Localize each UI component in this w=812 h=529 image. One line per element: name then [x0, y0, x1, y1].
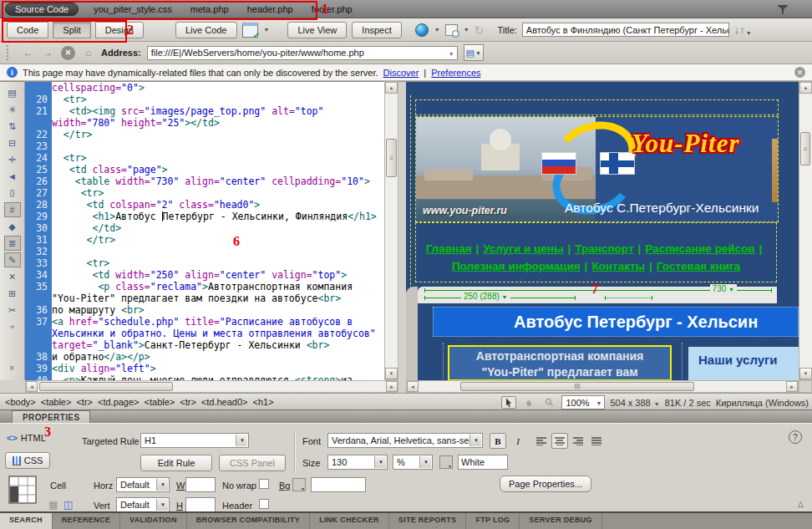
width-field[interactable] — [185, 477, 216, 492]
scroll-up-icon[interactable]: ▲ — [385, 82, 398, 94]
remove-comment-icon[interactable]: ✕ — [4, 269, 21, 284]
scroll-left-icon[interactable]: ◄ — [26, 381, 38, 392]
page-properties-button[interactable]: Page Properties... — [500, 476, 591, 492]
design-nav-link[interactable]: Полезная информация — [452, 260, 581, 272]
close-icon[interactable]: ✕ — [794, 67, 805, 78]
split-view-button[interactable]: Split — [53, 22, 90, 38]
align-center-icon[interactable] — [551, 433, 568, 449]
scroll-right-icon[interactable]: ► — [786, 381, 798, 392]
html-mode-button[interactable]: <> HTML — [7, 433, 46, 443]
services-heading-box[interactable]: Наши услуги — [688, 347, 799, 380]
bg-color-swatch[interactable] — [292, 478, 306, 491]
tag-selector-item[interactable]: <tr> — [180, 397, 196, 407]
live-code-button[interactable]: Live Code — [175, 22, 237, 38]
justify-icon[interactable] — [588, 433, 605, 449]
tag-selector-item[interactable]: <table> — [145, 397, 175, 407]
related-file-tab[interactable]: header.php — [247, 4, 293, 14]
scroll-thumb[interactable]: ⦀⦀ — [460, 382, 694, 391]
tag-selector-item[interactable]: <td.page> — [98, 397, 140, 407]
result-tab-site-reports[interactable]: SITE REPORTS — [389, 513, 467, 529]
indent-code-icon[interactable]: » — [4, 319, 21, 334]
preview-in-browser-icon[interactable] — [415, 23, 429, 37]
stop-icon[interactable]: ✕ — [61, 46, 75, 60]
properties-tab[interactable]: PROPERTIES — [12, 410, 90, 423]
design-nav-link[interactable]: Расписание рейсов — [645, 242, 754, 255]
tag-selector-item[interactable]: <body> — [5, 397, 36, 407]
edit-rule-button[interactable]: Edit Rule — [140, 455, 212, 471]
open-documents-icon[interactable]: ▤ — [4, 85, 21, 100]
collapse-panel-icon[interactable]: △ — [798, 500, 804, 508]
no-wrap-checkbox[interactable] — [259, 479, 269, 489]
text-color-swatch[interactable] — [439, 455, 453, 469]
promo-text-box[interactable]: Автотранспортная компания "You-Piter" пр… — [448, 345, 672, 380]
syntax-error-alerts-icon[interactable]: ≣ — [4, 236, 21, 251]
align-left-icon[interactable] — [533, 433, 550, 449]
page-heading-banner[interactable]: Автобус Петербург - Хельсин — [433, 307, 799, 337]
tag-selector-item[interactable]: <tr> — [76, 397, 93, 407]
design-horizontal-scrollbar[interactable]: ◄ ⦀⦀ ► — [406, 380, 799, 393]
column-width-menu[interactable]: 250 (288) ▼ — [461, 292, 510, 301]
design-nav-link[interactable]: Транспорт — [575, 242, 633, 255]
targeted-rule-select[interactable]: H1 — [140, 433, 249, 448]
result-tab-search[interactable]: SEARCH — [0, 513, 53, 529]
validate-page-icon[interactable] — [445, 24, 458, 36]
scroll-thumb[interactable]: ≡ — [386, 139, 397, 177]
css-mode-button[interactable]: CSS — [5, 452, 50, 469]
css-panel-button[interactable]: CSS Panel — [219, 455, 286, 471]
expand-all-icon[interactable]: ✛ — [4, 152, 21, 167]
select-parent-tag-icon[interactable]: ◄ — [4, 169, 21, 184]
design-nav-link[interactable]: Услуги и цены — [483, 242, 563, 255]
wrap-tag-icon[interactable]: ⊞ — [4, 286, 21, 301]
result-tab-ftp-log[interactable]: FTP LOG — [466, 513, 520, 529]
live-view-button[interactable]: Live View — [287, 22, 347, 38]
font-select[interactable]: Verdana, Arial, Helvetica, sans-serif — [327, 433, 483, 448]
result-tab-link-checker[interactable]: LINK CHECKER — [310, 513, 389, 529]
result-tab-reference[interactable]: REFERENCE — [53, 513, 120, 529]
select-tool-icon[interactable] — [501, 396, 516, 409]
result-tab-server-debug[interactable]: SERVER DEBUG — [520, 513, 601, 529]
code-horizontal-scrollbar[interactable]: ◄ ► — [25, 380, 398, 393]
scroll-right-icon[interactable]: ► — [386, 381, 398, 392]
line-numbers-icon[interactable]: # — [4, 202, 21, 217]
color-value-field[interactable]: White — [458, 455, 508, 470]
help-icon[interactable]: ? — [789, 430, 802, 444]
bg-value-field[interactable] — [311, 477, 366, 492]
scroll-down-icon[interactable]: ▼ — [385, 368, 398, 379]
result-tab-validation[interactable]: VALIDATION — [120, 513, 187, 529]
design-nav-link[interactable]: Главная — [426, 242, 472, 255]
unit-select[interactable]: % — [393, 455, 433, 470]
hand-tool-icon[interactable] — [521, 396, 536, 409]
discover-link[interactable]: Discover — [383, 68, 419, 78]
bold-button[interactable]: B — [490, 433, 506, 449]
home-icon[interactable]: ⌂ — [81, 46, 95, 60]
filter-related-files-icon[interactable] — [777, 5, 789, 15]
code-editor[interactable]: cellspacing="0">20 <tr>21 <td><img src="… — [25, 81, 384, 380]
tag-selector-item[interactable]: <table> — [41, 397, 72, 407]
tag-selector-item[interactable]: <h1> — [253, 397, 274, 407]
design-view[interactable]: www.you-piter.ru You-Piter Автобус С.Пет… — [406, 81, 799, 380]
forward-icon[interactable]: → — [41, 46, 55, 60]
preferences-link[interactable]: Preferences — [431, 68, 480, 78]
tag-selector-item[interactable]: <td.head0> — [201, 397, 248, 407]
code-navigator-icon[interactable]: ✳ — [4, 102, 21, 117]
design-nav-link[interactable]: Контакты — [591, 260, 645, 272]
collapse-full-tag-icon[interactable]: ⇅ — [4, 119, 21, 134]
align-right-icon[interactable] — [570, 433, 586, 449]
scroll-up-icon[interactable]: ▲ — [799, 82, 812, 94]
inspect-button[interactable]: Inspect — [352, 22, 401, 38]
format-source-icon[interactable]: » — [5, 359, 20, 376]
scroll-down-icon[interactable]: ▼ — [799, 368, 812, 379]
recent-snippets-icon[interactable]: ✂ — [4, 303, 21, 318]
related-file-tab[interactable]: meta.php — [190, 4, 229, 14]
scroll-left-icon[interactable]: ◄ — [407, 381, 419, 392]
size-select[interactable]: 130 — [327, 455, 388, 470]
table-width-menu[interactable]: 730 ▼ — [710, 284, 737, 293]
vert-select[interactable]: Default — [116, 497, 170, 512]
scroll-thumb[interactable] — [39, 382, 173, 391]
result-tab-browser-compatibility[interactable]: BROWSER COMPATIBILITY — [187, 513, 310, 529]
design-view-button[interactable]: Design — [95, 22, 144, 38]
apply-comment-icon[interactable]: ✎ — [4, 252, 21, 267]
check-browser-compatibility-icon[interactable] — [242, 23, 258, 38]
code-vertical-scrollbar[interactable]: ▲ ≡ ▼ — [384, 81, 398, 380]
related-file-tab[interactable]: you_piter_style.css — [94, 4, 172, 14]
